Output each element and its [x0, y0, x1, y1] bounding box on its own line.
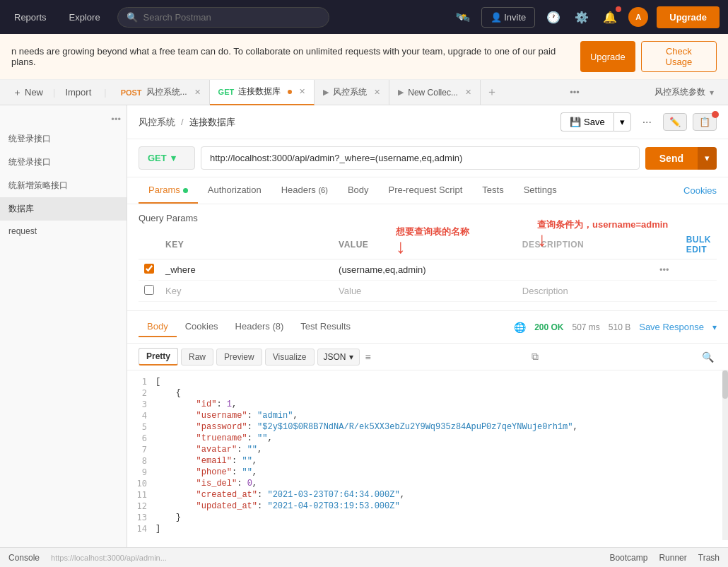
method-select[interactable]: GET ▾	[139, 146, 195, 170]
save-response-chevron[interactable]: ▾	[712, 322, 717, 332]
new-button[interactable]: ＋ New	[6, 82, 50, 103]
tab-headers[interactable]: Headers (6)	[271, 177, 338, 204]
upgrade-button-nav[interactable]: Upgrade	[657, 6, 720, 28]
runner-link[interactable]: Runner	[659, 553, 686, 563]
line-content-12: "updated_at": "2021-04-02T03:19:53.000Z"	[155, 501, 400, 511]
resp-tab-cookies[interactable]: Cookies	[177, 317, 227, 337]
preview-button[interactable]: Preview	[216, 349, 262, 366]
import-button[interactable]: Import	[58, 83, 98, 102]
check-usage-button[interactable]: Check Usage	[641, 41, 717, 72]
history-icon[interactable]: 🕐	[544, 8, 563, 27]
trash-link[interactable]: Trash	[698, 553, 720, 563]
save-button[interactable]: 💾 Save	[560, 112, 613, 131]
url-input[interactable]	[201, 146, 640, 170]
nav-explore[interactable]: Explore	[64, 9, 106, 25]
align-icon[interactable]: ≡	[365, 351, 371, 363]
tab4-close[interactable]: ✕	[465, 88, 471, 97]
bootcamp-link[interactable]: Bootcamp	[609, 553, 647, 563]
tab-post-fengkong[interactable]: POST 风控系统... ✕	[112, 80, 210, 105]
add-tab-icon[interactable]: ＋	[481, 85, 503, 100]
resp-tab-body[interactable]: Body	[139, 317, 177, 337]
more-col-header	[648, 230, 681, 259]
tab-params[interactable]: Params	[139, 177, 198, 204]
breadcrumb-parent[interactable]: 风控系统	[139, 116, 175, 129]
sidebar-item-3[interactable]: 统新增策略接口	[0, 174, 127, 197]
collection-chevron[interactable]: ▾	[710, 88, 714, 98]
tab-overflow-menu[interactable]: •••	[564, 84, 585, 100]
notification-badge[interactable]: 📋	[693, 113, 717, 131]
resp-tab-headers[interactable]: Headers (8)	[227, 317, 293, 337]
breadcrumb-row: 风控系统 / 连接数据库 💾 Save ▾ ··· ✏️ 📋	[127, 105, 728, 139]
param-row-1-key[interactable]: _where	[160, 259, 333, 281]
console-link[interactable]: Console	[8, 553, 40, 563]
satellite-icon[interactable]: 🛰️	[453, 8, 473, 27]
pretty-button[interactable]: Pretty	[139, 348, 178, 366]
tab-body[interactable]: Body	[338, 177, 379, 204]
tab1-close[interactable]: ✕	[194, 88, 201, 97]
settings-icon[interactable]: ⚙️	[572, 8, 592, 27]
tab2-close[interactable]: ✕	[299, 87, 305, 96]
invite-button[interactable]: 👤 Invite	[481, 7, 536, 28]
badge-dot	[712, 111, 719, 118]
tab-tests[interactable]: Tests	[472, 177, 513, 204]
code-line-12: 12 "updated_at": "2021-04-02T03:19:53.00…	[127, 501, 728, 512]
notification-icon[interactable]: 🔔	[600, 8, 620, 27]
play-icon: ▶	[323, 88, 329, 97]
tab-new-collection[interactable]: ▶ New Collec... ✕	[389, 80, 481, 105]
sidebar-item-2[interactable]: 统登录接口	[0, 151, 127, 174]
banner-upgrade-button[interactable]: Upgrade	[580, 41, 635, 72]
line-num-2: 2	[127, 388, 155, 398]
edit-icon-badge[interactable]: ✏️	[663, 113, 687, 131]
tab-fengkong-play[interactable]: ▶ 风控系统 ✕	[315, 80, 389, 105]
more-options-button[interactable]: ···	[637, 113, 657, 131]
desc-col-header: DESCRIPTION	[517, 230, 648, 259]
send-dropdown-button[interactable]: ▾	[698, 147, 717, 170]
param-row-empty-checkbox[interactable]	[144, 285, 154, 295]
copy-icon[interactable]: ⧉	[529, 348, 541, 366]
cookies-link[interactable]: Cookies	[683, 185, 717, 196]
line-content-4: "username": "admin",	[155, 411, 298, 421]
tab-get-database[interactable]: GET 连接数据库 ✕	[210, 80, 315, 105]
tab-pre-request[interactable]: Pre-request Script	[379, 177, 473, 204]
format-select[interactable]: JSON ▾	[317, 349, 360, 366]
resp-tab-test-results[interactable]: Test Results	[292, 317, 359, 337]
tab-settings[interactable]: Settings	[514, 177, 567, 204]
param-empty-value[interactable]: Value	[339, 286, 361, 296]
tab-authorization[interactable]: Authorization	[198, 177, 271, 204]
tab3-close[interactable]: ✕	[374, 88, 380, 97]
tab3-name: 风控系统	[333, 86, 367, 98]
line-num-7: 7	[127, 445, 155, 455]
param-row-1-checkbox[interactable]	[144, 264, 154, 274]
param-row-1-value[interactable]: (username,eq,admin)	[333, 259, 517, 281]
line-num-4: 4	[127, 411, 155, 421]
search-bar[interactable]: 🔍	[117, 7, 329, 28]
params-table-body: _where (username,eq,admin) ••• Key Value…	[139, 259, 717, 302]
bulk-edit-col-header[interactable]: Bulk Edit	[681, 230, 717, 259]
avatar[interactable]: A	[628, 7, 648, 27]
sidebar-item-request[interactable]: request	[0, 221, 127, 242]
nav-reports[interactable]: Reports	[8, 9, 52, 25]
sidebar-item-request-label: request	[8, 226, 37, 236]
save-dropdown-button[interactable]: ▾	[613, 112, 631, 131]
line-content-3: "id": 1,	[155, 399, 237, 409]
line-content-7: "avatar": "",	[155, 445, 262, 455]
bottom-bar: Console https://localhost:3000/api/admin…	[0, 547, 728, 566]
save-response-link[interactable]: Save Response	[639, 322, 704, 332]
banner-text: n needs are growing beyond what a free t…	[11, 46, 580, 67]
param-row-1-more[interactable]: •••	[654, 264, 675, 275]
scrollbar-thumb[interactable]	[722, 370, 728, 399]
param-empty-key[interactable]: Key	[165, 286, 181, 296]
raw-button[interactable]: Raw	[181, 349, 213, 366]
sidebar-more-icon[interactable]: •••	[111, 114, 121, 124]
param-row-1-desc[interactable]	[517, 259, 648, 281]
sidebar-item-database[interactable]: 数据库	[0, 197, 127, 221]
visualize-button[interactable]: Visualize	[265, 349, 315, 366]
scrollbar-track[interactable]	[722, 370, 728, 540]
send-button[interactable]: Send	[645, 147, 698, 170]
checkbox-col-header	[139, 230, 160, 259]
main-layout: ••• 统登录接口 统登录接口 统新增策略接口 数据库 request 风控系统…	[0, 105, 728, 566]
sidebar-item-1[interactable]: 统登录接口	[0, 127, 127, 151]
line-content-6: "truename": "",	[155, 433, 273, 443]
search-input[interactable]	[143, 12, 320, 23]
search-code-icon[interactable]: 🔍	[699, 349, 717, 366]
